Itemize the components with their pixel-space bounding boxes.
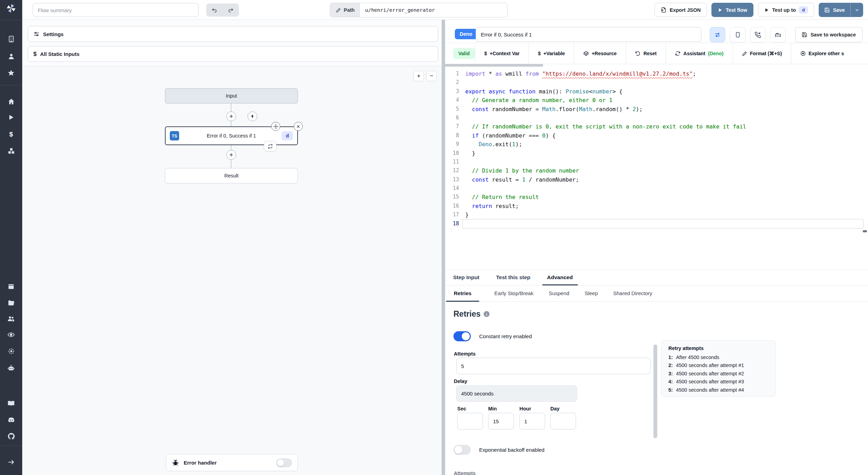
- undo-button[interactable]: [206, 3, 223, 17]
- bed-button[interactable]: [770, 27, 786, 42]
- tab-test-this-step[interactable]: Test this step: [496, 270, 531, 285]
- sidebar-schedules-icon[interactable]: [0, 279, 22, 293]
- line-number: 4: [445, 96, 459, 105]
- flow-summary-input[interactable]: [33, 3, 199, 17]
- sidebar-favorites-icon[interactable]: [0, 66, 22, 80]
- info-icon[interactable]: i: [484, 311, 490, 317]
- sidebar-settings-gear-icon[interactable]: [0, 344, 22, 358]
- day-input[interactable]: [550, 413, 576, 430]
- code-text: [462, 184, 863, 193]
- subtab-retries[interactable]: Retries: [446, 285, 479, 302]
- step-name-input[interactable]: [476, 27, 701, 42]
- chevron-down-icon: [854, 7, 860, 12]
- subtab-sleep[interactable]: Sleep: [585, 285, 598, 302]
- code-line[interactable]: 4 // Generate a random number, either 0 …: [445, 96, 868, 105]
- constant-retry-toggle[interactable]: [453, 331, 471, 341]
- sidebar-variables-icon[interactable]: $: [0, 127, 22, 141]
- export-json-button[interactable]: Export JSON: [654, 3, 707, 17]
- result-node[interactable]: Result: [165, 168, 298, 183]
- save-to-workspace-button[interactable]: Save to workspace: [795, 27, 862, 42]
- step-node[interactable]: TS Error if 0, Success if 1 d ×: [165, 126, 298, 145]
- add-context-var-button[interactable]: $ +Context Var: [475, 43, 529, 64]
- code-line[interactable]: 5 const randomNumber = Math.floor(Math.r…: [445, 105, 868, 114]
- sidebar-docs-icon[interactable]: [0, 397, 22, 410]
- sidebar-runs-icon[interactable]: [0, 110, 22, 124]
- flow-settings-bar[interactable]: Settings: [28, 26, 438, 42]
- test-up-to-button[interactable]: Test up to d: [758, 3, 814, 17]
- error-handler-toggle[interactable]: [276, 458, 292, 467]
- sidebar-resources-icon[interactable]: [0, 144, 22, 158]
- all-static-inputs-bar[interactable]: $ All Static Inputs: [28, 46, 438, 62]
- trigger-bolt-button[interactable]: [248, 111, 257, 121]
- code-line[interactable]: 9 Deno.exit(1);: [445, 140, 868, 149]
- add-variable-button[interactable]: $ +Variable: [528, 43, 574, 64]
- delete-step-button[interactable]: ×: [294, 122, 303, 131]
- add-step-button[interactable]: [226, 150, 236, 160]
- min-input[interactable]: [488, 413, 514, 430]
- tab-advanced[interactable]: Advanced: [542, 270, 578, 285]
- code-line[interactable]: 13 const result = 1 / randomNumber;: [445, 175, 868, 184]
- line-number: 5: [445, 105, 459, 114]
- code-line[interactable]: 8 if (randomNumber === 0) {: [445, 131, 868, 140]
- exponential-backoff-toggle[interactable]: [453, 445, 471, 455]
- save-button[interactable]: Save: [819, 3, 851, 17]
- zoom-out-button[interactable]: −: [426, 71, 437, 81]
- sync-button[interactable]: [710, 27, 725, 42]
- code-line[interactable]: 10 }: [445, 149, 868, 158]
- save-dropdown-button[interactable]: [851, 3, 863, 17]
- add-resource-button[interactable]: +Resource: [574, 43, 626, 64]
- hour-input[interactable]: [519, 413, 545, 430]
- code-line[interactable]: 12 // Divide 1 by the random number: [445, 166, 868, 175]
- explore-scripts-button[interactable]: Explore other s: [791, 43, 853, 64]
- sidebar-folders-icon[interactable]: [0, 296, 22, 310]
- sec-input[interactable]: [457, 413, 483, 430]
- zoom-in-button[interactable]: +: [414, 71, 424, 81]
- delay-input[interactable]: [456, 385, 577, 402]
- move-icon: [273, 124, 278, 129]
- input-node[interactable]: Input: [165, 88, 298, 103]
- code-line[interactable]: 2: [445, 78, 868, 87]
- code-line[interactable]: 3export async function main(): Promise<n…: [445, 87, 868, 96]
- code-line[interactable]: 6: [445, 114, 868, 122]
- attempts-input[interactable]: [456, 358, 651, 374]
- sidebar-home-icon[interactable]: [0, 94, 22, 108]
- sidebar-expand-icon[interactable]: [0, 455, 22, 469]
- sidebar-workers-icon[interactable]: [0, 361, 22, 375]
- subtab-suspend[interactable]: Suspend: [549, 285, 569, 302]
- format-button[interactable]: Format (⌘+S): [733, 43, 791, 64]
- window-button[interactable]: [730, 27, 745, 42]
- add-step-button[interactable]: [226, 111, 236, 121]
- code-line[interactable]: 16 return result;: [445, 202, 868, 210]
- subtab-early-stop[interactable]: Early Stop/Break: [494, 285, 534, 302]
- sidebar-user-icon[interactable]: [0, 49, 22, 63]
- code-text: Deno.exit(1);: [462, 140, 863, 149]
- path-field[interactable]: Path u/henri/error_generator: [330, 3, 508, 17]
- code-line[interactable]: 18: [445, 219, 868, 228]
- assistant-button[interactable]: Assistant (Deno): [666, 43, 732, 64]
- sidebar-groups-icon[interactable]: [0, 312, 22, 326]
- panel-splitter[interactable]: [442, 20, 445, 475]
- redo-button[interactable]: [223, 3, 239, 17]
- phone-button[interactable]: [750, 27, 766, 42]
- code-line[interactable]: 17}: [445, 210, 868, 219]
- sidebar-audit-icon[interactable]: [0, 328, 22, 342]
- windmill-logo-icon[interactable]: [0, 1, 22, 15]
- retry-indicator-badge[interactable]: [264, 141, 276, 151]
- subtab-shared-directory[interactable]: Shared Directory: [613, 285, 652, 302]
- scrollbar-thumb[interactable]: [653, 344, 657, 438]
- reset-button[interactable]: Reset: [626, 43, 666, 64]
- code-line[interactable]: 7 // If randomNumber is 0, exit the scri…: [445, 122, 868, 131]
- sidebar-github-icon[interactable]: [0, 429, 22, 443]
- test-flow-button[interactable]: Test flow: [711, 3, 753, 17]
- tab-step-input[interactable]: Step Input: [453, 270, 479, 285]
- code-line[interactable]: 15 // Return the result: [445, 193, 868, 201]
- flow-graph-canvas[interactable]: + − Input TS Error if 0, Success if 1 d …: [22, 66, 442, 475]
- sidebar-workspace-icon[interactable]: [0, 32, 22, 46]
- path-value[interactable]: u/henri/error_generator: [360, 3, 440, 17]
- move-step-handle[interactable]: [271, 122, 280, 131]
- code-editor[interactable]: 1import * as wmill from "https://deno.la…: [445, 64, 868, 270]
- code-line[interactable]: 14: [445, 184, 868, 193]
- code-line[interactable]: 11: [445, 158, 868, 166]
- sidebar-discord-icon[interactable]: [0, 413, 22, 427]
- code-line[interactable]: 1import * as wmill from "https://deno.la…: [445, 69, 868, 78]
